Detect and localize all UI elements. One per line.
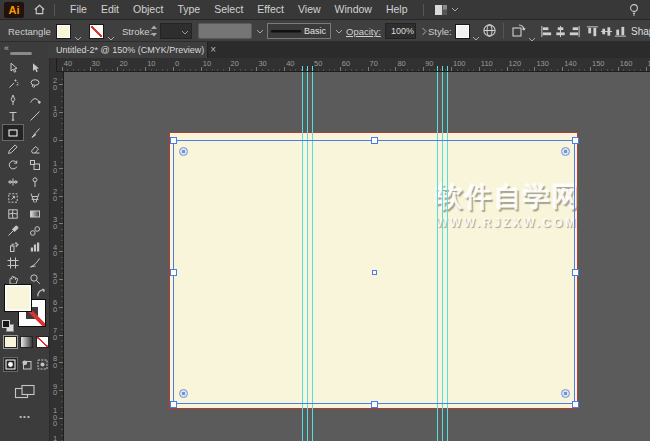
vertical-ruler[interactable]: 2 01 001 02 03 04 05 06 07 08 09 01 0 01…	[50, 72, 64, 441]
align-vertical-center-icon[interactable]	[600, 24, 613, 42]
document-tab[interactable]: Untitled-2* @ 150% (CMYK/Preview) ×	[48, 42, 208, 58]
menu-item-effect[interactable]: Effect	[250, 0, 291, 19]
fill-color-swatch[interactable]	[56, 24, 71, 39]
live-corner-widget[interactable]	[561, 389, 570, 398]
swap-fill-stroke-icon[interactable]	[36, 285, 47, 303]
edit-toolbar-button[interactable]: •••	[0, 412, 50, 421]
ruler-minor-tick	[584, 69, 585, 71]
selection-center-point[interactable]	[372, 270, 377, 275]
draw-normal-button[interactable]	[4, 358, 17, 371]
selection-handle[interactable]	[170, 137, 177, 144]
transform-icon[interactable]	[511, 23, 526, 42]
ruler-major-tick	[451, 67, 452, 71]
align-right-icon[interactable]	[568, 24, 581, 42]
gradient-mode-button[interactable]	[20, 336, 33, 348]
stroke-weight-stepper[interactable]	[150, 24, 158, 42]
menu-item-file[interactable]: File	[63, 0, 94, 19]
curvature-tool[interactable]	[25, 93, 45, 108]
toolbar-collapse-button[interactable]: «	[4, 43, 9, 53]
selection-handle[interactable]	[170, 269, 177, 276]
align-left-icon[interactable]	[540, 24, 553, 42]
width-tool[interactable]	[3, 174, 23, 189]
change-screen-mode-icon[interactable]	[14, 384, 36, 403]
ruler-major-tick	[90, 67, 91, 71]
artboard-tool[interactable]	[3, 256, 23, 271]
paintbrush-tool[interactable]	[25, 125, 45, 140]
gradient-tool[interactable]	[25, 207, 45, 222]
shaper-tool[interactable]	[3, 142, 23, 157]
opacity-label[interactable]: Opacity:	[346, 26, 381, 37]
rectangle-tool[interactable]	[3, 125, 23, 140]
graphic-style-swatch[interactable]	[455, 24, 470, 39]
ruler-minor-tick	[61, 162, 63, 163]
menu-item-object[interactable]: Object	[126, 0, 170, 19]
free-transform-tool[interactable]	[3, 190, 23, 205]
ruler-major-tick	[284, 67, 285, 71]
ruler-major-tick	[59, 84, 63, 85]
eyedropper-tool[interactable]	[3, 223, 23, 238]
stroke-color-swatch[interactable]	[89, 24, 104, 39]
line-segment-tool[interactable]	[25, 109, 45, 124]
align-bottom-icon[interactable]	[614, 24, 627, 42]
workspace-switcher-icon[interactable]	[434, 4, 459, 16]
menu-item-window[interactable]: Window	[328, 0, 379, 19]
tab-close-icon[interactable]: ×	[210, 45, 216, 55]
toolbar-fill-swatch[interactable]	[4, 284, 32, 312]
stroke-weight-input[interactable]	[160, 23, 192, 39]
live-corner-widget[interactable]	[179, 147, 188, 156]
none-mode-button[interactable]	[36, 336, 49, 348]
shape-panel-label[interactable]: Shap	[631, 26, 650, 37]
horizontal-ruler[interactable]: 4030201001020304050607080901001101201301…	[50, 58, 650, 72]
lasso-tool[interactable]	[25, 76, 45, 91]
opacity-input[interactable]: 100%	[385, 23, 416, 39]
magic-wand-tool[interactable]	[3, 76, 23, 91]
live-corner-widget[interactable]	[179, 389, 188, 398]
home-icon[interactable]	[33, 3, 46, 16]
width-profile-dropdown[interactable]	[198, 23, 252, 39]
symbol-sprayer-tool[interactable]	[3, 239, 23, 254]
align-top-icon[interactable]	[586, 24, 599, 42]
perspective-grid-tool[interactable]	[25, 190, 45, 205]
width-profile-chevron-icon[interactable]	[254, 23, 266, 39]
brush-chevron-icon[interactable]	[333, 23, 345, 39]
ruler-minor-tick	[61, 329, 63, 330]
blend-tool[interactable]	[25, 223, 45, 238]
menu-item-type[interactable]: Type	[170, 0, 207, 19]
selection-handle[interactable]	[371, 137, 378, 144]
ruler-number: 40	[286, 59, 294, 68]
selection-handle[interactable]	[572, 401, 579, 408]
document-setup-globe-icon[interactable]	[482, 23, 497, 42]
selection-handle[interactable]	[170, 401, 177, 408]
direct-selection-tool[interactable]	[25, 60, 45, 75]
ruler-minor-tick	[61, 357, 63, 358]
puppet-warp-tool[interactable]	[25, 174, 45, 189]
app-logo-icon[interactable]: Ai	[4, 2, 24, 18]
selection-handle[interactable]	[371, 401, 378, 408]
toolbar-drag-handle[interactable]	[10, 52, 32, 55]
menu-item-help[interactable]: Help	[379, 0, 415, 19]
menu-item-select[interactable]: Select	[207, 0, 250, 19]
selection-handle[interactable]	[572, 269, 579, 276]
discover-lightbulb-icon[interactable]	[628, 3, 640, 17]
ruler-corner[interactable]	[50, 58, 57, 72]
align-horizontal-center-icon[interactable]	[554, 24, 567, 42]
selection-tool[interactable]	[3, 60, 23, 75]
brush-definition-dropdown[interactable]: Basic	[267, 23, 331, 39]
menu-item-view[interactable]: View	[291, 0, 328, 19]
selection-handle[interactable]	[572, 137, 579, 144]
eraser-tool[interactable]	[25, 142, 45, 157]
type-tool[interactable]	[3, 109, 23, 124]
rotate-tool[interactable]	[3, 158, 23, 173]
default-fill-stroke-icon[interactable]	[2, 320, 16, 332]
ruler-number: 0	[175, 59, 179, 68]
column-graph-tool[interactable]	[25, 239, 45, 254]
mesh-tool[interactable]	[3, 207, 23, 222]
color-mode-button[interactable]	[4, 336, 17, 348]
pen-tool[interactable]	[3, 93, 23, 108]
draw-behind-button[interactable]	[20, 358, 33, 371]
menu-item-edit[interactable]: Edit	[94, 0, 126, 19]
slice-tool[interactable]	[25, 256, 45, 271]
draw-inside-button[interactable]	[36, 358, 49, 371]
scale-tool[interactable]	[25, 158, 45, 173]
live-corner-widget[interactable]	[561, 147, 570, 156]
